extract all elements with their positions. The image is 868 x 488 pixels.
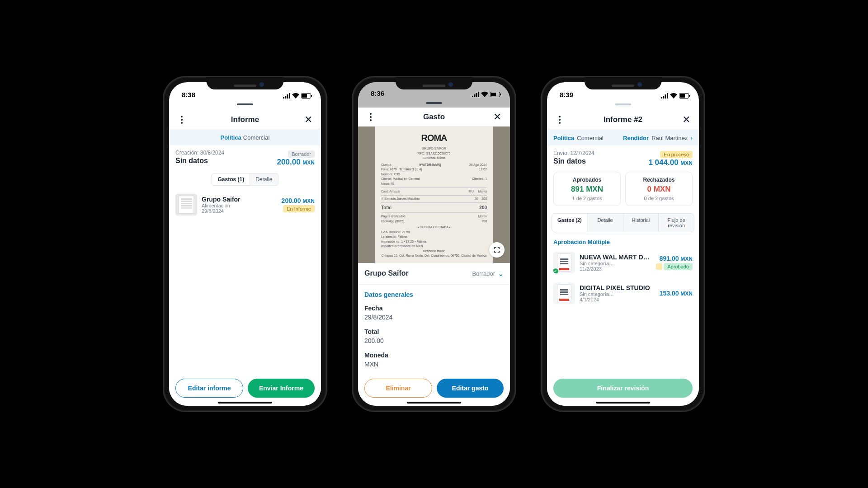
expense-amount: 891.00 MXN: [656, 255, 693, 262]
tab-gastos[interactable]: Gastos (2): [552, 214, 587, 232]
receipt-image[interactable]: ROMA GRUPO SAIFOR RFC: GSA2210058X75 Suc…: [358, 127, 510, 263]
stat-approved-sub: 1 de 2 gastos: [557, 196, 618, 201]
close-icon: ✕: [493, 111, 501, 123]
stat-rejected-value: 0 MXN: [628, 185, 689, 194]
expense-amount: 153.00 MXN: [660, 290, 693, 297]
home-indicator[interactable]: [407, 402, 461, 404]
sheet-handle[interactable]: [169, 99, 321, 109]
phone-1-frame: 8:38 Informe ✕ Política Comercial Creaci…: [164, 77, 326, 411]
section-general-data: Datos generales: [358, 285, 510, 302]
modal-title: Informe #2: [604, 115, 642, 124]
field-value: 200.00: [364, 337, 428, 344]
phone-2-frame: 8:36 Gasto ✕ ROMA GRUPO SAIFOR RFC: GSA2…: [353, 77, 515, 411]
expense-item[interactable]: Grupo Saifor Alimentación 29/8/2024 200.…: [169, 189, 321, 220]
more-button[interactable]: [175, 113, 188, 126]
expense-category: Alimentación: [202, 203, 277, 208]
expense-thumbnail: [175, 194, 197, 216]
expense-category: Sin categoría…: [580, 261, 651, 266]
policy-label: Política: [553, 135, 574, 141]
battery-icon: [301, 93, 311, 99]
close-button[interactable]: ✕: [302, 113, 315, 126]
sheet-handle[interactable]: [547, 99, 699, 109]
tab-gastos[interactable]: Gastos (1): [212, 173, 250, 186]
check-icon: ✓: [553, 267, 559, 273]
send-report-button[interactable]: Enviar Informe: [248, 379, 315, 398]
stat-approved: Aprobados 891 MXN 1 de 2 gastos: [553, 172, 621, 206]
chevron-down-icon: ⌄: [498, 269, 504, 278]
receipt-icon: [179, 196, 194, 214]
action-bar: Finalizar revisión: [547, 372, 699, 406]
more-button[interactable]: [364, 111, 377, 123]
renderer-value: Raul Martinez: [651, 135, 688, 141]
policy-value: Comercial: [577, 135, 604, 141]
modal-header: Informe ✕: [169, 109, 321, 130]
edit-report-button[interactable]: Editar informe: [175, 379, 243, 398]
tab-detalle[interactable]: Detalle: [587, 214, 623, 232]
modal-header: Informe #2 ✕: [547, 109, 699, 130]
renderer-label: Rendidor: [623, 135, 649, 141]
home-indicator[interactable]: [218, 402, 272, 404]
more-vertical-icon: [181, 116, 183, 124]
modal-header: Gasto ✕: [358, 108, 510, 127]
policy-label: Política: [221, 134, 241, 141]
report-subtitle: Sin datos: [553, 157, 594, 165]
tab-historial[interactable]: Historial: [623, 214, 659, 232]
battery-icon: [679, 93, 689, 99]
expense-name: DIGITAL PIXEL STUDIO: [580, 284, 655, 291]
status-badge: En proceso: [660, 151, 693, 158]
expense-date: 29/8/2024: [202, 208, 277, 214]
vendor-name: Grupo Saifor: [364, 269, 409, 277]
document-icon: [557, 253, 571, 272]
chevron-right-icon: ›: [690, 134, 693, 141]
policy-bar[interactable]: Política Comercial: [169, 130, 321, 145]
wifi-icon: [292, 93, 299, 99]
report-amount: 200.00 MXN: [277, 158, 315, 167]
close-button[interactable]: ✕: [680, 113, 693, 126]
vendor-row: Grupo Saifor Borrador ⌄: [358, 263, 510, 285]
modal-title: Informe: [231, 115, 259, 124]
expense-category: Sin categoría…: [580, 291, 655, 297]
field-fecha: Fecha 29/8/2024: [358, 302, 510, 325]
field-value: MXN: [364, 361, 428, 368]
delete-button[interactable]: Eliminar: [364, 379, 432, 398]
stat-approved-label: Aprobados: [557, 177, 618, 183]
policy-link[interactable]: Política Comercial: [553, 134, 604, 141]
more-button[interactable]: [553, 113, 566, 126]
policy-value: Comercial: [243, 134, 270, 141]
expense-item[interactable]: ✓ NUEVA WAL MART DE … Sin categoría… 11/…: [547, 247, 699, 278]
home-indicator[interactable]: [596, 402, 650, 404]
expense-badge: Aprobado: [664, 263, 693, 270]
edit-expense-button[interactable]: Editar gasto: [437, 379, 504, 398]
status-selector[interactable]: Borrador ⌄: [472, 269, 504, 278]
tab-detalle[interactable]: Detalle: [250, 173, 278, 186]
expense-name: Grupo Saifor: [202, 196, 277, 203]
bulk-approve-link[interactable]: Aprobación Múltiple: [547, 235, 699, 247]
sheet-handle[interactable]: [358, 98, 510, 107]
status-badge: Borrador: [288, 150, 315, 158]
field-label: Total: [364, 328, 428, 335]
creation-label: Creación:: [175, 150, 198, 156]
field-moneda: Moneda MXN: [358, 349, 434, 372]
close-icon: ✕: [304, 114, 312, 126]
close-icon: ✕: [682, 114, 690, 126]
tab-group: Gastos (2) Detalle Historial Flujo de re…: [552, 213, 694, 232]
expense-thumbnail: [553, 282, 575, 304]
field-label: Fecha: [364, 305, 504, 312]
tab-flujo[interactable]: Flujo de revisión: [658, 214, 694, 232]
fullscreen-icon: [493, 246, 500, 253]
fullscreen-button[interactable]: [489, 242, 505, 258]
expense-item[interactable]: DIGITAL PIXEL STUDIO Sin categoría… 4/1/…: [547, 278, 699, 309]
action-bar: Eliminar Editar gasto: [358, 372, 510, 406]
modal-title: Gasto: [423, 113, 445, 122]
more-vertical-icon: [559, 116, 561, 124]
signal-icon: [472, 92, 479, 97]
renderer-link[interactable]: Rendidor Raul Martinez ›: [623, 134, 693, 141]
meta-bar: Política Comercial Rendidor Raul Martine…: [547, 130, 699, 145]
report-summary: Creación: 30/8/2024 Sin datos Borrador 2…: [169, 145, 321, 169]
close-button[interactable]: ✕: [491, 111, 504, 123]
document-icon: [557, 284, 571, 302]
signal-icon: [661, 93, 668, 99]
field-value: 29/8/2024: [364, 314, 504, 321]
finalize-review-button[interactable]: Finalizar revisión: [553, 379, 693, 398]
creation-date: 30/8/2024: [200, 150, 224, 156]
